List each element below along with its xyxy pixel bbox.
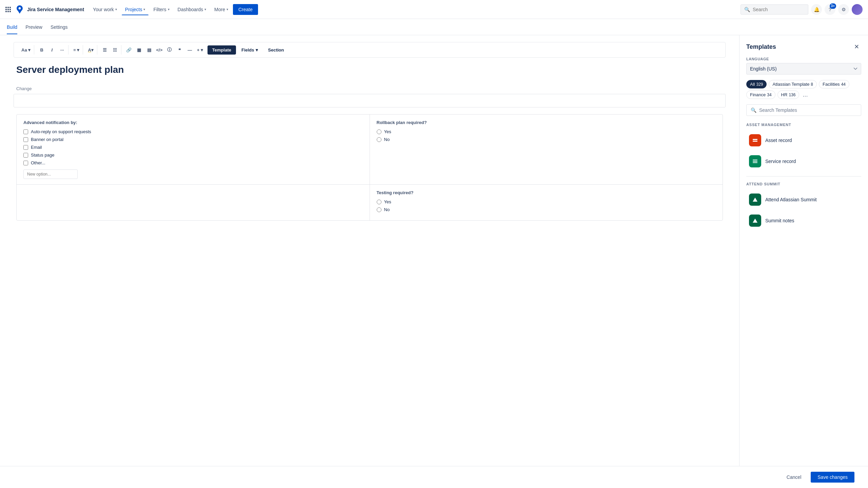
text-size-button[interactable]: Aa ▾ xyxy=(19,45,33,55)
search-input[interactable] xyxy=(753,7,805,12)
logo[interactable]: Jira Service Management xyxy=(15,5,84,14)
notifications-button[interactable]: 🔔 xyxy=(811,4,822,15)
align-button[interactable]: ≡ ▾ xyxy=(71,45,81,55)
divider-button[interactable]: — xyxy=(185,45,195,55)
close-templates-button[interactable]: ✕ xyxy=(852,42,861,52)
link-button[interactable]: 🔗 xyxy=(124,45,134,55)
radio-rollback-no-input[interactable] xyxy=(377,137,381,142)
checkbox-auto-reply-input[interactable] xyxy=(23,129,28,134)
nav-dashboards[interactable]: Dashboards ▾ xyxy=(174,4,210,15)
svg-rect-2 xyxy=(753,160,757,160)
checkbox-auto-reply[interactable]: Auto-reply on support requests xyxy=(23,129,363,134)
tab-preview[interactable]: Preview xyxy=(25,20,42,34)
bullet-list-button[interactable]: ☰ xyxy=(100,45,110,55)
field-label: Change xyxy=(14,86,726,91)
bold-button[interactable]: B xyxy=(37,45,46,55)
radio-testing-no[interactable]: No xyxy=(377,207,716,212)
summit-notes-label: Summit notes xyxy=(765,218,794,223)
tab-settings[interactable]: Settings xyxy=(51,20,68,34)
quote-button[interactable]: ❝ xyxy=(175,45,184,55)
settings-button[interactable]: ⚙ xyxy=(838,4,849,15)
create-button[interactable]: Create xyxy=(233,4,258,15)
radio-rollback-yes-input[interactable] xyxy=(377,129,381,134)
nav-filters[interactable]: Filters ▾ xyxy=(150,4,173,15)
nav-projects[interactable]: Projects ▾ xyxy=(122,4,149,15)
form-row-1: Advanced notification by: Auto-reply on … xyxy=(17,115,723,185)
summit-notes-icon xyxy=(749,215,761,227)
template-attend-summit[interactable]: Attend Atlassian Summit xyxy=(746,190,861,209)
more-format-button[interactable]: ··· xyxy=(57,45,67,55)
radio-testing-yes-input[interactable] xyxy=(377,200,381,204)
radio-rollback-yes[interactable]: Yes xyxy=(377,129,716,134)
plus-button[interactable]: + ▾ xyxy=(195,45,205,55)
nav-your-work[interactable]: Your work ▾ xyxy=(90,4,120,15)
checkbox-email-input[interactable] xyxy=(23,145,28,150)
checkbox-status-input[interactable] xyxy=(23,153,28,158)
editor-area: Aa ▾ B I ··· ≡ ▾ A ▾ ☰ ☷ 🔗 ▦ ▤ </> xyxy=(0,35,739,488)
svg-marker-5 xyxy=(753,198,757,202)
more-filters-button[interactable]: ... xyxy=(801,91,809,98)
filter-atlassian[interactable]: Atlassian Template 8 xyxy=(769,80,817,88)
rollback-cell: Rollback plan required? Yes No xyxy=(370,115,723,185)
new-option-input[interactable] xyxy=(23,169,78,179)
fields-button[interactable]: Fields ▾ xyxy=(237,45,262,55)
template-button[interactable]: Template xyxy=(208,45,236,55)
templates-panel: Templates ✕ LANGUAGE English (US) All 32… xyxy=(739,35,868,488)
document-title[interactable]: Server deployment plan xyxy=(14,64,726,75)
language-select[interactable]: English (US) xyxy=(746,63,861,75)
testing-cell: Testing required? Yes No xyxy=(370,185,723,220)
columns-button[interactable]: ▤ xyxy=(144,45,154,55)
radio-rollback-no[interactable]: No xyxy=(377,137,716,142)
checkbox-email[interactable]: Email xyxy=(23,145,363,150)
language-label: LANGUAGE xyxy=(746,57,861,61)
checkbox-other-input[interactable] xyxy=(23,161,28,165)
checkbox-banner-input[interactable] xyxy=(23,137,28,142)
numbered-list-button[interactable]: ☷ xyxy=(110,45,120,55)
svg-rect-3 xyxy=(753,161,757,162)
table-button[interactable]: ▦ xyxy=(134,45,144,55)
save-changes-button[interactable]: Save changes xyxy=(811,472,854,483)
filter-all[interactable]: All 329 xyxy=(746,80,767,88)
top-nav: Jira Service Management Your work ▾ Proj… xyxy=(0,0,868,19)
italic-button[interactable]: I xyxy=(47,45,57,55)
user-avatar[interactable] xyxy=(852,4,863,15)
filter-facilities[interactable]: Facilities 44 xyxy=(819,80,849,88)
search-templates-input[interactable] xyxy=(759,107,857,113)
service-record-label: Service record xyxy=(765,159,796,164)
template-summit-notes[interactable]: Summit notes xyxy=(746,211,861,230)
empty-cell xyxy=(17,185,370,220)
toolbar-color-group: A ▾ xyxy=(84,45,97,55)
action-bar: Cancel Save changes xyxy=(0,466,868,488)
nav-more[interactable]: More ▾ xyxy=(211,4,232,15)
cancel-button[interactable]: Cancel xyxy=(781,472,807,483)
text-color-button[interactable]: A ▾ xyxy=(86,45,95,55)
help-button[interactable]: ? 3+ xyxy=(825,4,835,15)
checkbox-other[interactable]: Other... xyxy=(23,160,363,165)
main-layout: Aa ▾ B I ··· ≡ ▾ A ▾ ☰ ☷ 🔗 ▦ ▤ </> xyxy=(0,35,868,488)
filter-hr[interactable]: HR 136 xyxy=(777,90,800,99)
filter-tags: All 329 Atlassian Template 8 Facilities … xyxy=(746,80,861,99)
tab-build[interactable]: Build xyxy=(7,20,17,34)
radio-testing-yes[interactable]: Yes xyxy=(377,199,716,204)
template-asset-record[interactable]: Asset record xyxy=(746,131,861,150)
checkbox-status[interactable]: Status page xyxy=(23,152,363,158)
chevron-icon: ▾ xyxy=(115,7,117,11)
global-search[interactable]: 🔍 xyxy=(741,4,808,15)
filter-finance[interactable]: Finance 34 xyxy=(746,90,775,99)
checkbox-banner[interactable]: Banner on portal xyxy=(23,137,363,142)
change-field-input[interactable] xyxy=(14,94,726,107)
code-button[interactable]: </> xyxy=(155,45,164,55)
section-button[interactable]: Section xyxy=(263,45,289,55)
grid-menu-icon[interactable] xyxy=(5,7,11,12)
svg-rect-4 xyxy=(753,162,757,163)
template-service-record[interactable]: Service record xyxy=(746,152,861,171)
toolbar-align-group: ≡ ▾ xyxy=(70,45,83,55)
attend-summit-icon xyxy=(749,194,761,206)
radio-testing-no-input[interactable] xyxy=(377,207,381,212)
info-button[interactable]: ⓘ xyxy=(165,45,174,55)
search-templates[interactable]: 🔍 xyxy=(746,104,861,116)
toolbar-format-group: B I ··· xyxy=(36,45,68,55)
toolbar-text-size-group: Aa ▾ xyxy=(18,45,34,55)
notification-badge: 3+ xyxy=(830,3,836,9)
nav-right: 🔍 🔔 ? 3+ ⚙ xyxy=(741,4,863,15)
